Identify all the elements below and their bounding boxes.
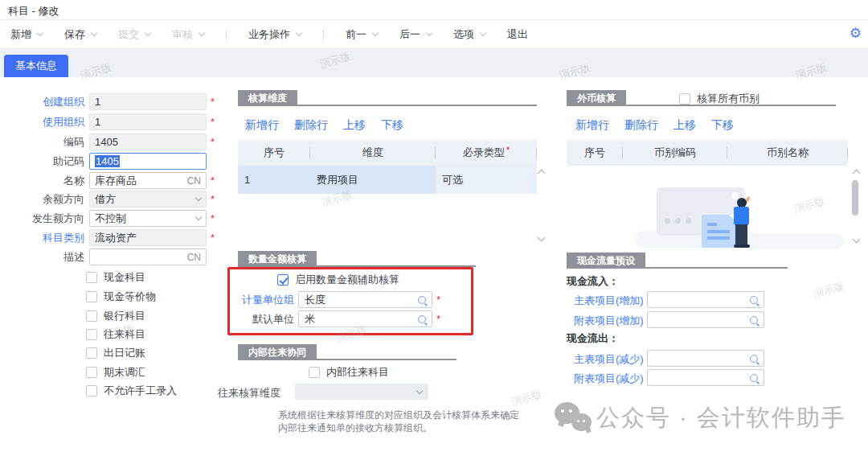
search-icon[interactable] [418,315,426,323]
code-label: 编码 [2,135,84,150]
sub-item-increase-label[interactable]: 附表项目(增加) [574,314,644,328]
required-mark: * [211,175,215,187]
name-label: 名称 [2,174,84,188]
account-category-label[interactable]: 科目类别 [2,231,84,245]
description-label: 描述 [2,250,84,265]
toolbar-separator [226,30,227,40]
checkbox-cash-equivalent[interactable]: 现金等价物 [86,290,156,304]
field-occurrence-direction: 发生额方向 不控制 * [2,210,215,227]
unit-group-label[interactable]: 计量单位组 [211,293,294,307]
move-down-button[interactable]: 下移 [711,118,734,133]
delete-row-button[interactable]: 删除行 [624,118,658,133]
toolbar-button-next[interactable]: 后一 [399,27,432,42]
name-input[interactable]: 库存商品CN [89,172,207,189]
search-icon[interactable] [750,316,758,324]
use-org-label[interactable]: 使用组织 [2,115,84,129]
settings-gear-icon[interactable]: ⚙ [850,26,862,42]
toolbar-separator [323,30,324,40]
move-down-button[interactable]: 下移 [381,118,403,133]
toolbar-button-submit[interactable]: 提交 [118,27,150,42]
scroll-up-icon[interactable] [538,170,546,178]
mnemonic-label: 助记码 [2,154,84,169]
chevron-down-icon [195,214,202,220]
dimension-table-row[interactable]: 1 费用项目 可选 [238,166,537,194]
delete-row-button[interactable]: 删除行 [294,118,328,133]
toolbar-button-audit[interactable]: 审核 [172,27,204,42]
form-content: 创建组织 1 * 使用组织 1 * 编码 1405 * 助记码 1405 名称 … [0,77,868,456]
field-default-unit: 默认单位 米 * [211,310,440,327]
sub-item-decrease-input[interactable] [647,369,764,386]
col-seq: 序号 [238,140,310,166]
toolbar-button-options[interactable]: 选项 [453,27,485,42]
checkbox-transaction-account[interactable]: 往来科目 [86,327,145,342]
toolbar-button-save[interactable]: 保存 [64,27,96,42]
create-org-label[interactable]: 创建组织 [2,95,84,109]
checkbox-enable-qty-amount[interactable]: 启用数量金额辅助核算 [277,273,399,287]
col-required-type: 必录类型* [436,140,537,166]
dimension-panel-title: 核算维度 [238,90,297,106]
add-row-button[interactable]: 新增行 [575,118,609,133]
move-up-button[interactable]: 上移 [674,118,696,133]
main-item-increase-input[interactable] [647,291,764,308]
checkbox-cash-account[interactable]: 现金科目 [86,270,145,285]
chevron-down-icon [37,30,43,36]
chevron-down-icon [416,387,423,393]
balance-direction-select[interactable]: 借方 [89,191,207,207]
checkbox-all-currencies[interactable]: 核算所有币别 [679,92,760,106]
checkbox-period-end-adjust[interactable]: 期末调汇 [86,365,145,380]
scroll-down-icon[interactable] [538,234,546,242]
unit-group-input[interactable]: 长度 [298,291,432,308]
add-row-button[interactable]: 新增行 [245,118,279,133]
required-mark: * [211,232,215,244]
field-name: 名称 库存商品CN * [2,172,215,189]
toolbar-button-business-ops[interactable]: 业务操作 [248,27,301,42]
checkbox-no-manual-entry[interactable]: 不允许手工录入 [86,384,177,398]
field-unit-group: 计量单位组 长度 * [211,291,440,308]
default-unit-input[interactable]: 米 [298,310,432,327]
required-mark: * [436,313,440,325]
search-icon[interactable] [750,374,758,382]
balance-direction-label: 余额方向 [2,192,84,207]
locale-suffix: CN [187,252,201,263]
tab-basic-info[interactable]: 基本信息 [4,55,68,77]
sub-item-increase-input[interactable] [647,311,764,328]
currency-table-header: 序号 币别编码 币别名称 [567,140,848,166]
toolbar-button-exit[interactable]: 退出 [507,27,528,42]
toolbar-button-new[interactable]: 新增 [10,27,43,42]
scroll-up-icon[interactable] [853,170,861,178]
required-mark: * [436,294,440,306]
scrollbar-thumb[interactable] [852,180,858,216]
cash-outflow-label: 现金流出： [567,331,619,346]
main-item-decrease-input[interactable] [647,350,764,367]
dimension-table-header: 序号 维度 必录类型* [238,140,537,166]
col-currency-name: 币别名称 [727,140,848,166]
account-category-input[interactable]: 流动资产 [89,229,207,246]
sub-item-decrease-label[interactable]: 附表项目(减少) [574,372,644,386]
chevron-down-icon [145,30,151,36]
cash-inflow-label: 现金流入： [567,274,619,289]
internal-note-line1: 系统根据往来核算维度的对应组织及会计核算体系来确定 [278,409,519,422]
description-input[interactable]: CN [89,249,207,265]
checkbox-internal-account[interactable]: 内部往来科目 [309,365,389,380]
create-org-input[interactable]: 1 [89,93,207,110]
main-item-decrease-label[interactable]: 主表项目(减少) [574,352,644,367]
scroll-down-icon[interactable] [853,236,861,244]
search-icon[interactable] [750,355,758,363]
occurrence-direction-select[interactable]: 不控制 [89,210,207,227]
checkbox-icon [679,93,690,105]
internal-dimension-select[interactable] [295,384,428,400]
mnemonic-input[interactable]: 1405 [89,153,207,170]
use-org-input[interactable]: 1 [89,113,207,130]
chevron-down-icon [91,30,97,36]
toolbar-button-previous[interactable]: 前一 [346,27,378,42]
checkbox-bank-account[interactable]: 银行科目 [86,309,145,323]
required-mark: * [211,212,215,224]
move-up-button[interactable]: 上移 [343,118,366,133]
main-item-increase-label[interactable]: 主表项目(增加) [574,294,644,308]
code-input[interactable]: 1405 [89,134,207,150]
wechat-icon [555,402,595,438]
checkbox-daily-journal[interactable]: 出日记账 [86,346,145,360]
search-icon[interactable] [750,296,758,304]
checkbox-icon [86,367,97,378]
search-icon[interactable] [418,296,426,304]
